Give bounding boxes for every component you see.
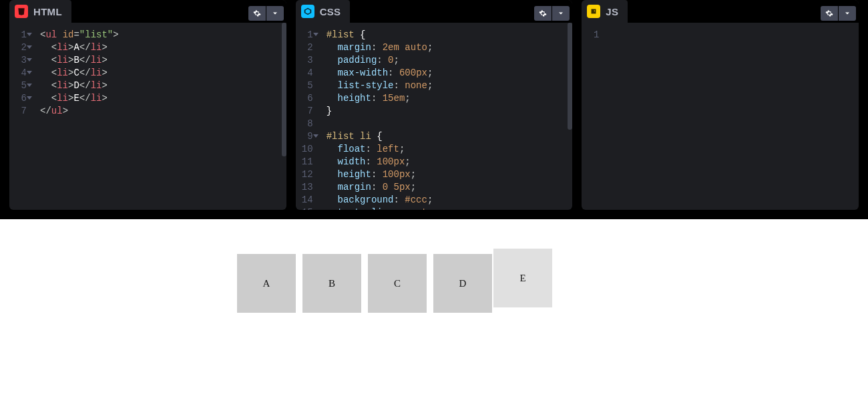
panel-tools [821, 0, 859, 23]
panel-label: JS [606, 6, 618, 17]
code-line[interactable]: <li>C</li> [40, 67, 119, 80]
line-number: 1 [9, 29, 27, 41]
list-item[interactable]: D [433, 254, 492, 313]
panel-tab-css[interactable]: CSS [296, 0, 351, 23]
settings-button[interactable] [534, 6, 552, 21]
panel-label: CSS [320, 6, 341, 17]
code-line[interactable]: margin: 2em auto; [327, 41, 444, 54]
line-number: 5 [296, 80, 313, 92]
line-number: 7 [9, 105, 27, 118]
chevron-down-button[interactable] [839, 6, 856, 21]
panel-header: HTML [9, 0, 286, 23]
line-number: 1 [296, 29, 313, 41]
code-line[interactable]: #list { [327, 29, 444, 41]
js-badge-icon [587, 5, 600, 18]
list-item[interactable]: E [493, 249, 552, 307]
line-number: 5 [9, 80, 27, 92]
line-number: 3 [9, 54, 27, 67]
panel-tab-js[interactable]: JS [582, 0, 628, 23]
settings-button[interactable] [821, 6, 838, 21]
line-number: 12 [296, 168, 313, 181]
code-line[interactable]: </ul> [40, 105, 119, 118]
html-badge-icon [15, 5, 28, 18]
code-line[interactable] [612, 29, 618, 41]
line-number: 1 [582, 29, 599, 41]
code-line[interactable]: width: 100px; [327, 156, 444, 168]
code-line[interactable]: background: #ccc; [327, 194, 444, 207]
line-number: 2 [9, 41, 27, 54]
panel-html: HTML 1234567 <ul id="list"> <li>A</li> <… [9, 0, 286, 210]
line-number: 15 [296, 207, 313, 210]
code-line[interactable]: #list li { [327, 130, 444, 143]
settings-button[interactable] [248, 6, 266, 21]
code-line[interactable]: <li>E</li> [40, 92, 119, 105]
panel-tools [248, 0, 286, 23]
line-number: 9 [296, 130, 313, 143]
code-line[interactable]: margin: 0 5px; [327, 181, 444, 194]
line-number: 7 [296, 105, 313, 118]
css-badge-icon [301, 5, 314, 18]
line-number: 2 [296, 41, 313, 54]
panel-header: CSS [296, 0, 573, 23]
panel-tools [534, 0, 572, 23]
editor-row: HTML 1234567 <ul id="list"> <li>A</li> <… [0, 0, 868, 219]
line-number: 6 [9, 92, 27, 105]
chevron-down-button[interactable] [552, 6, 570, 21]
line-number: 11 [296, 156, 313, 168]
preview-list: ABCDE [234, 254, 634, 407]
code-line[interactable]: float: left; [327, 143, 444, 156]
list-item[interactable]: A [237, 254, 296, 313]
chevron-down-button[interactable] [266, 6, 284, 21]
panel-tab-html[interactable]: HTML [9, 0, 71, 23]
panel-header: JS [582, 0, 859, 23]
line-number: 3 [296, 54, 313, 67]
panel-css: CSS 123456789101112131415 #list { margin… [296, 0, 573, 210]
code-editor-js[interactable]: 1 [582, 23, 859, 210]
list-item[interactable]: C [368, 254, 427, 313]
line-number: 4 [296, 67, 313, 80]
line-number: 14 [296, 194, 313, 207]
code-line[interactable]: <li>D</li> [40, 80, 119, 92]
line-number: 6 [296, 92, 313, 105]
code-line[interactable]: <li>A</li> [40, 41, 119, 54]
preview-pane: ABCDE [0, 219, 868, 407]
code-line[interactable]: max-width: 600px; [327, 67, 444, 80]
panel-label: HTML [33, 6, 62, 17]
code-line[interactable]: height: 100px; [327, 168, 444, 181]
code-line[interactable]: text-align: center; [327, 207, 444, 210]
code-line[interactable]: padding: 0; [327, 54, 444, 67]
line-number: 13 [296, 181, 313, 194]
code-line[interactable] [327, 118, 444, 130]
code-line[interactable]: height: 15em; [327, 92, 444, 105]
line-number: 10 [296, 143, 313, 156]
code-line[interactable]: list-style: none; [327, 80, 444, 92]
code-editor-html[interactable]: 1234567 <ul id="list"> <li>A</li> <li>B<… [9, 23, 286, 210]
scrollbar[interactable] [568, 23, 572, 130]
code-editor-css[interactable]: 123456789101112131415 #list { margin: 2e… [296, 23, 573, 210]
code-line[interactable]: } [327, 105, 444, 118]
list-item[interactable]: B [302, 254, 361, 313]
code-line[interactable]: <ul id="list"> [40, 29, 119, 41]
scrollbar[interactable] [282, 23, 286, 156]
panel-js: JS 1 [582, 0, 859, 210]
line-number: 8 [296, 118, 313, 130]
code-line[interactable]: <li>B</li> [40, 54, 119, 67]
line-number: 4 [9, 67, 27, 80]
